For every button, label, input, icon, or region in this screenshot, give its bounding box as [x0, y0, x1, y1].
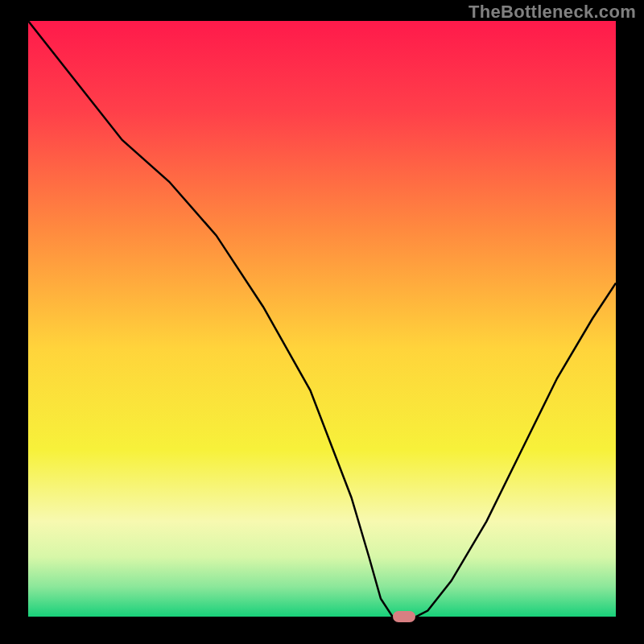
gradient-background: [28, 21, 616, 617]
chart-svg: [28, 21, 616, 617]
watermark-text: TheBottleneck.com: [469, 2, 636, 23]
plot-area: [28, 21, 616, 617]
optimal-marker: [393, 611, 415, 622]
chart-frame: TheBottleneck.com: [0, 0, 644, 644]
